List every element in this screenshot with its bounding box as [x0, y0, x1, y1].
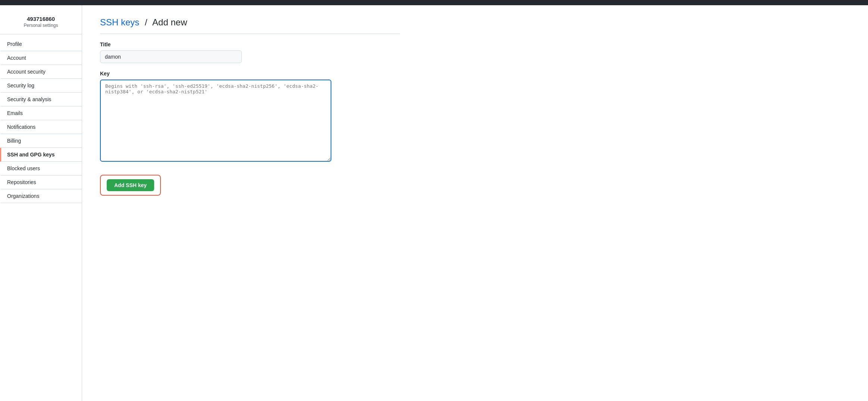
sidebar-item-billing[interactable]: Billing: [0, 134, 82, 148]
sidebar-item-account[interactable]: Account: [0, 51, 82, 65]
main-content: SSH keys / Add new Title Key Add SSH key: [82, 5, 418, 401]
key-label: Key: [100, 71, 400, 77]
sidebar-item-organizations[interactable]: Organizations: [0, 189, 82, 203]
title-input[interactable]: [100, 50, 242, 63]
breadcrumb-current: Add new: [152, 17, 187, 27]
sidebar-item-repositories[interactable]: Repositories: [0, 175, 82, 189]
sidebar-item-emails[interactable]: Emails: [0, 106, 82, 120]
key-form-group: Key: [100, 71, 400, 163]
sidebar-item-blocked-users[interactable]: Blocked users: [0, 162, 82, 175]
sidebar-item-security-log[interactable]: Security log: [0, 79, 82, 93]
sidebar-item-account-security[interactable]: Account security: [0, 65, 82, 79]
key-textarea[interactable]: [100, 80, 331, 162]
sidebar-item-profile[interactable]: Profile: [0, 37, 82, 51]
sidebar-header: 493716860 Personal settings: [0, 13, 82, 34]
sidebar-item-security-analysis[interactable]: Security & analysis: [0, 93, 82, 106]
sidebar-item-notifications[interactable]: Notifications: [0, 120, 82, 134]
sidebar: 493716860 Personal settings Profile Acco…: [0, 5, 82, 401]
add-ssh-key-button[interactable]: Add SSH key: [107, 179, 154, 191]
page-title: SSH keys / Add new: [100, 17, 400, 34]
title-label: Title: [100, 41, 400, 47]
page-container: 493716860 Personal settings Profile Acco…: [0, 5, 868, 401]
sidebar-user-id: 493716860: [6, 16, 76, 22]
breadcrumb-sep: /: [145, 17, 147, 27]
top-bar: [0, 0, 868, 5]
breadcrumb-link[interactable]: SSH keys: [100, 17, 139, 27]
title-form-group: Title: [100, 41, 400, 63]
add-btn-wrapper: Add SSH key: [100, 175, 161, 196]
sidebar-user-label: Personal settings: [6, 23, 76, 28]
sidebar-item-ssh-gpg-keys[interactable]: SSH and GPG keys: [0, 148, 82, 162]
